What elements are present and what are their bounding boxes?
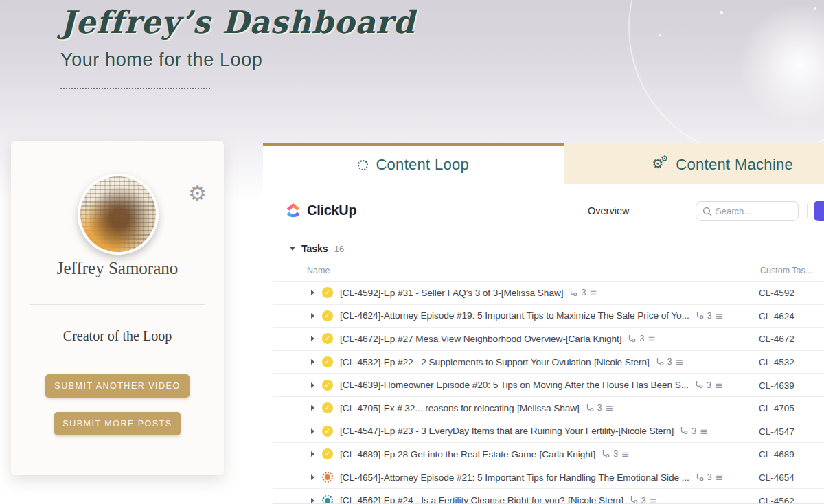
status-icon[interactable] [322,495,333,504]
task-name[interactable]: [CL-4624]-Attorney Episode #19: 5 Import… [340,310,689,321]
table-row[interactable]: [CL-4689]-Ep 28 Get into the Real Estate… [273,443,824,466]
expand-arrow-icon[interactable] [311,336,314,341]
task-custom-id[interactable]: CL-4624 [759,310,794,321]
table-row[interactable]: [CL-4705]-Ex # 32... reasons for relocat… [273,397,824,420]
avatar-ring [78,174,159,255]
subtask-count: 3 [707,472,712,482]
task-name[interactable]: [CL-4672]-Ep #27 Mesa View Neighborhood … [340,334,621,344]
subtask-icon [679,426,688,435]
expand-arrow-icon[interactable] [311,382,314,388]
tasks-group-title: Tasks [301,243,328,254]
tasks-count-badge: 16 [334,244,344,254]
task-meta: 3 ≡ [629,496,658,504]
expand-arrow-icon[interactable] [311,474,314,480]
expand-arrow-icon[interactable] [311,405,314,411]
status-icon[interactable] [322,356,333,367]
nav-overview[interactable]: Overview [588,194,629,227]
expand-arrow-icon[interactable] [311,428,314,434]
table-row[interactable]: [CL-4547]-Ep #23 - 3 EveryDay Items that… [273,420,824,444]
table-row[interactable]: [CL-4562]-Ep #24 - Is a Fertility Cleans… [273,489,824,504]
task-meta: 3 ≡ [627,334,656,343]
clickup-brand-text: ClickUp [307,203,356,218]
subtask-count: 3 [707,380,711,390]
task-name[interactable]: [CL-4654]-Attorney Episode #21: 5 Import… [340,472,689,483]
tab-content-machine[interactable]: ⚙⚙ Content Machine [564,143,824,184]
bubble-dot [814,7,816,10]
search-box[interactable] [696,201,799,221]
subtask-count: 3 [707,311,712,321]
profile-card: ⚙ Jeffrey Samorano Creator of the Loop S… [11,141,224,475]
task-name[interactable]: [CL-4639]-Homeowner Episode #20: 5 Tips … [340,380,689,390]
table-row[interactable]: [CL-4624]-Attorney Episode #19: 5 Import… [273,305,824,328]
task-name[interactable]: [CL-4532]-Ep #22 - 2 Supplements to Supp… [340,357,650,367]
settings-gear-icon[interactable]: ⚙ [188,183,207,204]
table-row[interactable]: [CL-4672]-Ep #27 Mesa View Neighborhood … [273,328,824,351]
task-meta: 3 ≡ [585,403,614,413]
task-meta: 3 ≡ [601,449,630,459]
description-icon: ≡ [650,496,658,504]
description-icon: ≡ [676,357,684,367]
task-name[interactable]: [CL-4562]-Ep #24 - Is a Fertility Cleans… [340,495,623,504]
column-header-name[interactable]: Name [307,266,330,275]
subtask-icon [695,311,704,320]
task-custom-id[interactable]: CL-4592 [759,288,794,298]
status-icon[interactable] [322,426,333,437]
search-input[interactable] [716,203,794,220]
subtask-count: 3 [667,357,672,367]
table-row[interactable]: [CL-4592]-Ep #31 - Seller FAQ’s 3 of 3-[… [273,282,824,305]
subtask-icon [627,334,636,343]
subtask-icon [585,404,594,413]
status-icon[interactable] [322,310,333,321]
table-row[interactable]: [CL-4639]-Homeowner Episode #20: 5 Tips … [273,374,824,397]
tab-content-machine-label: Content Machine [676,156,793,174]
subtask-icon [601,450,610,459]
caret-down-icon[interactable] [290,247,295,251]
expand-arrow-icon[interactable] [311,498,314,503]
clickup-logo: ClickUp [284,201,356,219]
task-custom-id[interactable]: CL-4639 [759,380,794,390]
description-icon: ≡ [621,449,630,459]
task-meta: 3 ≡ [694,380,723,390]
expand-arrow-icon[interactable] [311,451,314,457]
tasks-group-header: Tasks 16 [290,242,344,255]
search-icon [702,207,712,216]
description-icon: ≡ [589,288,597,297]
subtask-count: 3 [613,449,618,459]
loop-spinner-icon [358,160,368,170]
task-custom-id[interactable]: CL-4562 [759,495,794,504]
description-icon: ≡ [700,426,708,436]
clickup-logo-icon [284,201,302,219]
status-icon[interactable] [322,448,333,459]
task-custom-id[interactable]: CL-4654 [759,472,794,483]
task-custom-id[interactable]: CL-4532 [759,357,794,367]
task-meta: 3 ≡ [569,288,597,297]
expand-arrow-icon[interactable] [311,313,314,319]
subtask-icon [655,358,664,367]
task-custom-id[interactable]: CL-4705 [759,403,794,413]
task-custom-id[interactable]: CL-4547 [759,426,794,436]
status-icon[interactable] [322,380,333,391]
expand-arrow-icon[interactable] [311,359,314,365]
tab-content-loop[interactable]: Content Loop [263,143,564,184]
submit-posts-button[interactable]: SUBMIT MORE POSTS [54,412,181,435]
table-row[interactable]: [CL-4532]-Ep #22 - 2 Supplements to Supp… [273,351,824,374]
bubble-dot [659,34,661,36]
column-header-custom-id[interactable]: Custom Tas... [760,266,812,275]
status-icon[interactable] [322,472,333,483]
description-icon: ≡ [716,472,724,482]
table-row[interactable]: [CL-4654]-Attorney Episode #21: 5 Import… [273,466,824,490]
task-custom-id[interactable]: CL-4672 [759,334,794,344]
submit-video-button[interactable]: SUBMIT ANOTHER VIDEO [45,374,190,398]
header-divider [807,204,808,218]
status-icon[interactable] [322,287,333,298]
task-custom-id[interactable]: CL-4689 [759,449,794,459]
profile-name: Jeffrey Samorano [11,259,224,278]
task-name[interactable]: [CL-4592]-Ep #31 - Seller FAQ’s 3 of 3-[… [340,288,563,298]
task-name[interactable]: [CL-4689]-Ep 28 Get into the Real Estate… [340,449,595,459]
status-icon[interactable] [322,333,333,344]
header-action-button[interactable] [814,201,824,221]
expand-arrow-icon[interactable] [311,290,314,295]
task-name[interactable]: [CL-4705]-Ex # 32... reasons for relocat… [340,403,580,413]
status-icon[interactable] [322,402,333,413]
task-name[interactable]: [CL-4547]-Ep #23 - 3 EveryDay Items that… [340,426,674,436]
